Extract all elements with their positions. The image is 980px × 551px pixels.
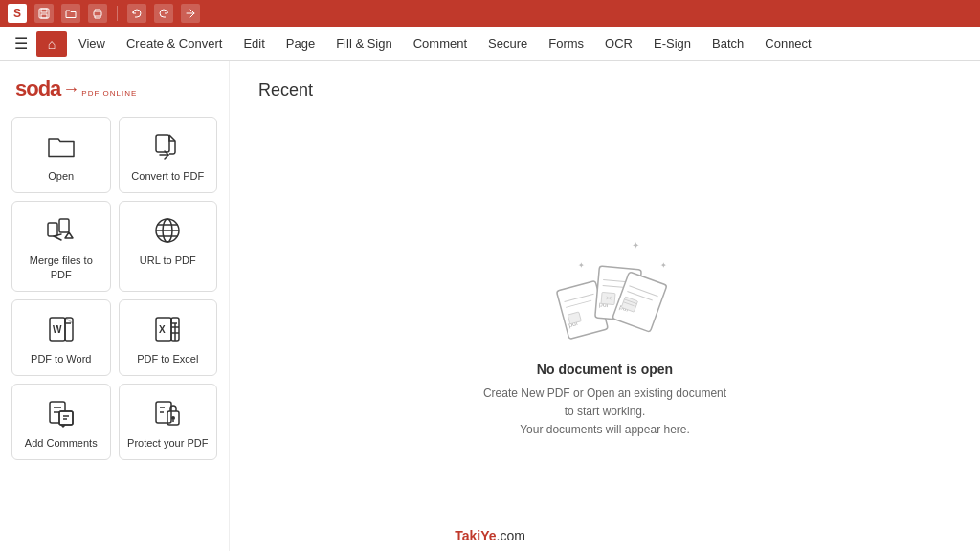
menu-comment[interactable]: Comment bbox=[404, 33, 477, 55]
protect-pdf-label: Protect your PDF bbox=[127, 436, 208, 450]
svg-rect-6 bbox=[59, 219, 69, 232]
comment-icon bbox=[46, 398, 77, 429]
svg-text:W: W bbox=[53, 324, 62, 335]
svg-rect-3 bbox=[94, 11, 101, 16]
sidebar: soda → PDF ONLINE Open bbox=[0, 61, 230, 551]
svg-rect-2 bbox=[41, 14, 47, 18]
convert-icon bbox=[152, 131, 183, 162]
menu-ocr[interactable]: OCR bbox=[595, 33, 642, 55]
logo-sub: PDF ONLINE bbox=[81, 89, 137, 98]
menu-forms[interactable]: Forms bbox=[539, 33, 593, 55]
protect-pdf-card[interactable]: Protect your PDF bbox=[119, 384, 218, 460]
empty-desc: Create New PDF or Open an existing docum… bbox=[483, 385, 726, 440]
svg-text:✦: ✦ bbox=[660, 261, 667, 270]
home-button[interactable]: ⌂ bbox=[36, 31, 67, 57]
word-icon: W bbox=[46, 314, 77, 344]
pdf-illustration: ✦ ✦ ✦ pdf bbox=[528, 231, 681, 346]
more-button[interactable] bbox=[181, 4, 200, 23]
menu-fill-sign[interactable]: Fill & Sign bbox=[326, 33, 402, 55]
footer-brand: TakiYe bbox=[455, 528, 496, 543]
menu-esign[interactable]: E-Sign bbox=[644, 33, 701, 55]
url-to-pdf-card[interactable]: URL to PDF bbox=[119, 201, 218, 292]
hamburger-menu[interactable]: ☰ bbox=[8, 31, 34, 57]
menu-connect[interactable]: Connect bbox=[755, 33, 820, 55]
svg-rect-22 bbox=[59, 411, 73, 425]
merge-label: Merge files to PDF bbox=[20, 253, 102, 281]
menu-create-convert[interactable]: Create & Convert bbox=[117, 33, 232, 55]
svg-point-26 bbox=[171, 416, 175, 420]
lock-icon bbox=[152, 398, 183, 429]
menu-bar: ☰ ⌂ View Create & Convert Edit Page Fill… bbox=[0, 27, 980, 61]
open-button[interactable] bbox=[61, 4, 80, 23]
globe-icon bbox=[152, 215, 183, 246]
folder-icon bbox=[46, 131, 77, 162]
svg-rect-4 bbox=[156, 135, 169, 152]
url-label: URL to PDF bbox=[140, 253, 196, 267]
content-area: Recent ✦ ✦ ✦ pdf bbox=[230, 61, 980, 551]
svg-text:✦: ✦ bbox=[578, 261, 585, 270]
logo: soda → PDF ONLINE bbox=[11, 77, 217, 101]
convert-to-pdf-card[interactable]: Convert to PDF bbox=[119, 117, 218, 193]
footer-suffix: .com bbox=[496, 528, 524, 543]
menu-secure[interactable]: Secure bbox=[479, 33, 537, 55]
excel-icon: X bbox=[152, 314, 183, 344]
svg-text:✦: ✦ bbox=[632, 240, 639, 251]
save-button[interactable] bbox=[34, 4, 54, 23]
menu-page[interactable]: Page bbox=[277, 33, 324, 55]
merge-icon bbox=[46, 215, 77, 246]
merge-files-card[interactable]: Merge files to PDF bbox=[11, 201, 111, 292]
svg-text:X: X bbox=[159, 324, 166, 335]
footer: TakiYe.com bbox=[455, 528, 525, 543]
empty-title: No document is open bbox=[537, 362, 673, 377]
convert-label: Convert to PDF bbox=[131, 169, 204, 183]
sep1 bbox=[117, 6, 118, 21]
add-comments-label: Add Comments bbox=[25, 436, 98, 450]
svg-rect-1 bbox=[41, 9, 47, 12]
svg-rect-5 bbox=[48, 223, 57, 236]
logo-text: soda bbox=[15, 77, 60, 101]
logo-arrow: → bbox=[62, 79, 79, 99]
open-card[interactable]: Open bbox=[11, 117, 111, 193]
menu-view[interactable]: View bbox=[69, 33, 115, 55]
print-button[interactable] bbox=[88, 4, 107, 23]
menu-edit[interactable]: Edit bbox=[234, 33, 274, 55]
redo-button[interactable] bbox=[154, 4, 173, 23]
pdf-to-word-label: PDF to Word bbox=[31, 352, 91, 365]
recent-title: Recent bbox=[258, 80, 313, 100]
pdf-to-excel-label: PDF to Excel bbox=[137, 352, 198, 365]
app-icon: S bbox=[8, 4, 27, 23]
title-bar: S bbox=[0, 0, 980, 27]
empty-state: ✦ ✦ ✦ pdf bbox=[258, 139, 951, 532]
undo-button[interactable] bbox=[127, 4, 146, 23]
pdf-to-excel-card[interactable]: X PDF to Excel bbox=[119, 299, 218, 376]
pdf-to-word-card[interactable]: W PDF to Word bbox=[11, 299, 111, 376]
action-grid: Open Convert to PDF bbox=[11, 117, 217, 460]
menu-batch[interactable]: Batch bbox=[702, 33, 753, 55]
add-comments-card[interactable]: Add Comments bbox=[11, 384, 111, 460]
main-area: soda → PDF ONLINE Open bbox=[0, 61, 980, 551]
open-label: Open bbox=[48, 169, 74, 183]
